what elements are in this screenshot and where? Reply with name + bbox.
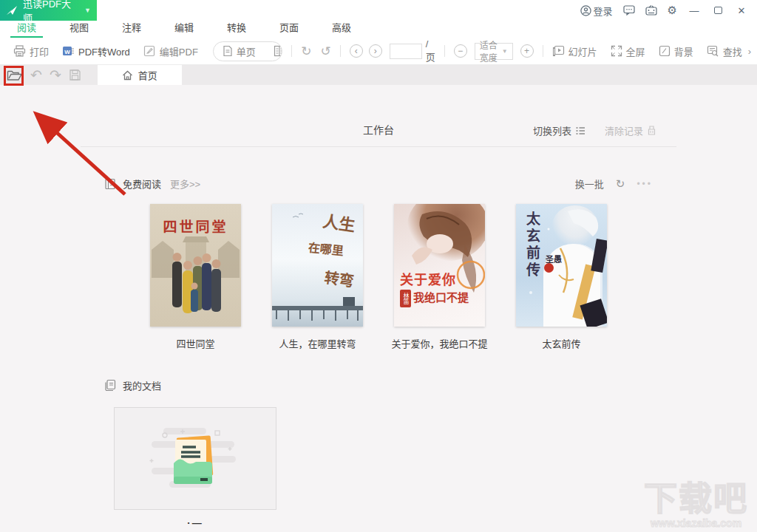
- fullscreen-label: 全屏: [626, 44, 645, 58]
- app-logo-icon: [6, 5, 18, 16]
- toolbar-overflow-chevron[interactable]: ›: [748, 46, 751, 57]
- refresh-icon[interactable]: ↻: [616, 177, 625, 191]
- menu-tab-convert[interactable]: 转换: [220, 18, 253, 38]
- zoom-in-button[interactable]: +: [520, 44, 534, 58]
- background-button[interactable]: 背景: [659, 44, 693, 58]
- slideshow-label: 幻灯片: [568, 44, 597, 58]
- documents-icon: [104, 379, 116, 392]
- tab-home[interactable]: 首页: [98, 65, 182, 85]
- rotate-clockwise-icon[interactable]: ↻: [301, 45, 311, 58]
- home-icon: [122, 70, 133, 81]
- book-title-3: 关于爱你，我绝口不提: [392, 336, 488, 350]
- recent-document-card[interactable]: [114, 407, 276, 510]
- book-title-1: 四世同堂: [176, 336, 214, 350]
- more-options-dots[interactable]: •••: [637, 179, 653, 189]
- free-reading-title: 免费阅读: [123, 177, 161, 191]
- edit-pdf-button[interactable]: 编辑PDF: [143, 44, 198, 58]
- svg-text:W: W: [64, 49, 70, 55]
- message-icon[interactable]: [623, 5, 635, 16]
- undo-icon[interactable]: ↶: [30, 68, 42, 82]
- background-icon: [659, 45, 671, 57]
- user-icon: [580, 5, 591, 16]
- zoom-out-button[interactable]: −: [454, 44, 467, 58]
- zoom-mode-select[interactable]: 适合宽度 ▼: [475, 43, 513, 60]
- book-grid: 四世同堂 四世同堂 人生 在哪里 转弯: [81, 204, 676, 350]
- menu-bar: 阅读 视图 注释 编辑 转换 页面 高级: [0, 21, 757, 38]
- maximize-button[interactable]: [711, 5, 724, 16]
- book-card-4[interactable]: 太玄前传 圣愚 太玄前传: [516, 204, 607, 350]
- redo-icon[interactable]: ↷: [50, 68, 61, 82]
- login-button[interactable]: 登录: [580, 4, 613, 18]
- double-page-icon: [274, 45, 282, 57]
- menu-tab-advanced[interactable]: 高级: [325, 18, 358, 38]
- search-icon: [707, 45, 719, 57]
- print-label: 打印: [30, 44, 49, 58]
- printer-icon: [13, 45, 26, 57]
- pdf-to-word-button[interactable]: W PDF转Word: [62, 44, 130, 58]
- slideshow-icon: [552, 45, 565, 57]
- fullscreen-icon: [611, 45, 622, 57]
- slideshow-button[interactable]: 幻灯片: [552, 44, 597, 58]
- main-content: 工作台 切换列表 清除记录 免费阅读: [0, 85, 757, 532]
- zoom-mode-value: 适合宽度: [480, 38, 502, 64]
- minimize-button[interactable]: —: [688, 5, 701, 16]
- book-cover-4: 太玄前传 圣愚: [516, 204, 607, 327]
- menu-tab-page[interactable]: 页面: [273, 18, 305, 38]
- chevron-down-icon: ▼: [502, 48, 508, 55]
- feedback-icon[interactable]: [645, 5, 657, 16]
- clear-records-label: 清除记录: [605, 123, 643, 137]
- switch-list-button[interactable]: 切换列表: [533, 123, 585, 137]
- document-placeholder-illustration: [147, 425, 243, 493]
- find-button[interactable]: 查找: [707, 44, 742, 58]
- refresh-batch-button[interactable]: 换一批: [575, 177, 604, 191]
- book-card-3[interactable]: 关于爱你 我绝口不提 林笛 关于爱你，我绝口不提: [394, 204, 485, 350]
- pdf-to-word-label: PDF转Word: [78, 44, 130, 58]
- book-cover-1: 四世同堂: [150, 204, 241, 327]
- toolbar: 打印 W PDF转Word 编辑PDF 单页 双页 ↻ ↺ ‹ ›: [0, 38, 757, 65]
- app-brand[interactable]: 迅读PDF大师 ▼: [0, 0, 97, 21]
- book-icon: [104, 178, 116, 190]
- page-number-input[interactable]: [390, 44, 422, 59]
- rotate-counterclockwise-icon[interactable]: ↺: [320, 45, 330, 58]
- book-card-1[interactable]: 四世同堂 四世同堂: [150, 204, 241, 350]
- app-title: 迅读PDF大师: [23, 0, 76, 24]
- book-card-2[interactable]: 人生 在哪里 转弯 人生，在哪里转弯: [272, 204, 363, 350]
- next-page-button[interactable]: ›: [369, 44, 382, 58]
- book-cover-2: 人生 在哪里 转弯: [272, 204, 363, 327]
- save-icon[interactable]: [69, 69, 81, 81]
- menu-tab-annotate[interactable]: 注释: [115, 18, 148, 38]
- cover3-author-badge: 林笛: [400, 290, 411, 307]
- brand-dropdown-caret[interactable]: ▼: [84, 7, 91, 14]
- fullscreen-button[interactable]: 全屏: [611, 44, 645, 58]
- close-button[interactable]: ✕: [735, 5, 748, 16]
- my-documents-title: 我的文档: [123, 378, 161, 392]
- eraser-icon: [648, 126, 656, 135]
- double-page-button[interactable]: 双页: [265, 42, 282, 61]
- cover3-line2: 我绝口不提: [413, 289, 469, 304]
- clear-records-button[interactable]: 清除记录: [605, 123, 656, 137]
- settings-gear-icon[interactable]: ⚙: [668, 4, 677, 17]
- menu-tab-edit[interactable]: 编辑: [168, 18, 200, 38]
- book-title-4: 太玄前传: [542, 336, 580, 350]
- single-page-label: 单页: [237, 44, 256, 58]
- edit-pencil-icon: [143, 45, 156, 57]
- open-file-icon[interactable]: [7, 69, 23, 81]
- tab-home-label: 首页: [138, 68, 157, 82]
- switch-list-label: 切换列表: [533, 123, 571, 137]
- print-button[interactable]: 打印: [13, 44, 49, 58]
- find-label: 查找: [723, 44, 742, 58]
- word-doc-icon: W: [62, 45, 75, 57]
- list-view-icon: [576, 126, 585, 135]
- book-title-2: 人生，在哪里转弯: [279, 336, 356, 350]
- free-reading-more-link[interactable]: 更多>>: [170, 177, 200, 191]
- cover3-line1: 关于爱你: [400, 269, 456, 288]
- login-label: 登录: [594, 4, 613, 18]
- page-suffix-label: /页: [426, 38, 435, 64]
- cover4-title-text: 太玄前传: [522, 211, 542, 279]
- single-page-button[interactable]: 单页: [214, 42, 265, 61]
- previous-page-button[interactable]: ‹: [350, 44, 363, 58]
- document-tab-strip: ↶ ↷ 首页: [0, 65, 757, 85]
- page-layout-toggle: 单页 双页: [213, 41, 282, 61]
- free-reading-header: 免费阅读 更多>> 换一批 ↻ •••: [81, 177, 676, 191]
- recent-document-label: ·—: [114, 517, 276, 528]
